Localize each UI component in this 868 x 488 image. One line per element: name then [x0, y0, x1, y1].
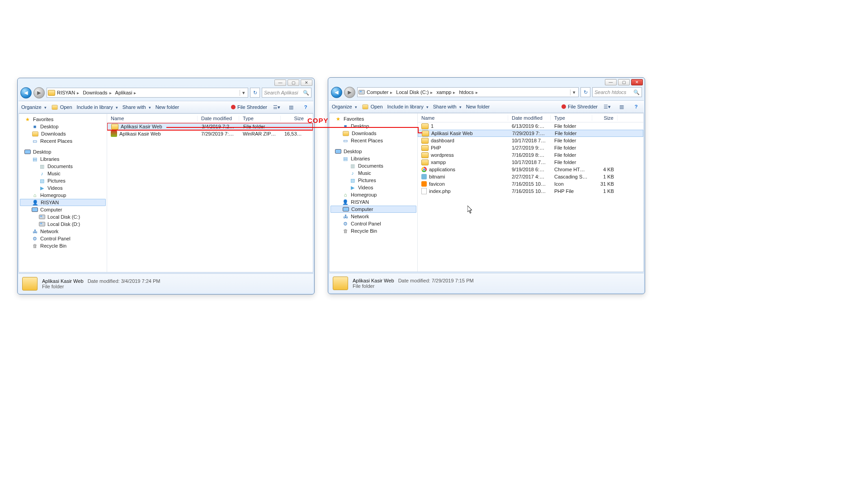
column-headers[interactable]: Name Date modified Type Size	[107, 114, 313, 123]
nav-item[interactable]: ▭Recent Places	[20, 137, 106, 145]
search-input[interactable]: Search htdocs 🔍	[592, 87, 642, 97]
table-row[interactable]: Aplikasi Kasir Web7/29/2019 7:15 PMFile …	[418, 130, 643, 137]
nav-item[interactable]: ▤Libraries	[20, 155, 106, 163]
preview-pane-button[interactable]: ▥	[286, 104, 296, 110]
shredder-button[interactable]: File Shredder	[231, 104, 267, 110]
nav-item[interactable]: ★Favorites	[330, 115, 416, 122]
refresh-button[interactable]: ↻	[580, 87, 590, 97]
nav-item[interactable]: ▥Documents	[20, 163, 106, 170]
minimize-button[interactable]: —	[274, 80, 286, 86]
nav-item[interactable]: ⚙Control Panel	[330, 220, 416, 227]
include-button[interactable]: Include in library	[77, 104, 118, 110]
newfolder-button[interactable]: New folder	[466, 104, 490, 109]
nav-item[interactable]: Downloads	[330, 130, 416, 137]
col-name[interactable]: Name	[418, 115, 508, 121]
file-list[interactable]: 16/13/2019 6:39 PMFile folderAplikasi Ka…	[418, 122, 643, 272]
nav-item[interactable]: ▧Pictures	[20, 177, 106, 184]
nav-item[interactable]: ▶Videos	[330, 184, 416, 191]
table-row[interactable]: 16/13/2019 6:39 PMFile folder	[418, 122, 643, 130]
open-button[interactable]: Open	[51, 104, 72, 110]
share-button[interactable]: Share with	[433, 104, 462, 109]
nav-item[interactable]: ⌂Homegroup	[330, 191, 416, 198]
nav-item[interactable]: ▧Pictures	[330, 177, 416, 184]
table-row[interactable]: xampp10/17/2018 7:19 PMFile folder	[418, 159, 643, 166]
table-row[interactable]: bitnami2/27/2017 4:36 PMCascading Style …	[418, 173, 643, 180]
nav-item[interactable]: Computer	[20, 206, 106, 213]
crumb[interactable]: htdocs	[457, 89, 479, 95]
path-dropdown[interactable]: ▾	[240, 90, 247, 96]
help-button[interactable]: ?	[301, 104, 311, 110]
crumb[interactable]: xampp	[434, 89, 457, 95]
newfolder-button[interactable]: New folder	[156, 104, 179, 110]
nav-item[interactable]: ▥Documents	[330, 162, 416, 169]
crumb[interactable]: Aplikasi	[113, 90, 138, 95]
table-row[interactable]: index.php7/16/2015 10:32 PMPHP File1 KB	[418, 188, 643, 195]
preview-pane-button[interactable]: ▥	[617, 104, 627, 110]
crumb[interactable]: Local Disk (C:)	[394, 89, 434, 95]
share-button[interactable]: Share with	[123, 104, 151, 110]
table-row[interactable]: favicon7/16/2015 10:32 PMIcon31 KB	[418, 180, 643, 188]
nav-item[interactable]: 🗑Recycle Bin	[20, 242, 106, 249]
path-dropdown[interactable]: ▾	[570, 89, 577, 95]
organize-button[interactable]: Organize	[21, 104, 47, 110]
crumb[interactable]: RISYAN	[55, 90, 81, 95]
nav-item[interactable]: Local Disk (D:)	[20, 221, 106, 228]
nav-item[interactable]: Desktop	[330, 148, 416, 155]
close-button[interactable]: ✕	[301, 80, 312, 86]
minimize-button[interactable]: —	[605, 79, 617, 85]
nav-item[interactable]: Computer	[330, 206, 416, 213]
maximize-button[interactable]: ▢	[618, 79, 630, 85]
close-button[interactable]: ✕	[631, 79, 643, 85]
nav-item[interactable]: ⚙Control Panel	[20, 235, 106, 242]
col-modified[interactable]: Date modified	[508, 115, 551, 121]
breadcrumb[interactable]: Computer Local Disk (C:) xampp htdocs ▾	[357, 87, 579, 97]
col-type[interactable]: Type	[239, 116, 281, 121]
forward-button[interactable]: ►	[344, 87, 355, 98]
navigation-pane[interactable]: ★Favorites■DesktopDownloads▭Recent Place…	[330, 113, 418, 272]
search-input[interactable]: Search Aplikasi 🔍	[262, 88, 311, 98]
col-type[interactable]: Type	[551, 115, 592, 121]
nav-item[interactable]: ♪Music	[330, 169, 416, 177]
navigation-pane[interactable]: ★Favorites■DesktopDownloads▭Recent Place…	[19, 114, 107, 272]
nav-item[interactable]: Local Disk (C:)	[20, 213, 106, 221]
breadcrumb[interactable]: RISYAN Downloads Aplikasi ▾	[47, 88, 248, 98]
nav-item[interactable]: Downloads	[20, 130, 106, 137]
table-row[interactable]: dashboard10/17/2018 7:19 PMFile folder	[418, 137, 643, 144]
nav-item[interactable]: ⌂Homegroup	[20, 192, 106, 199]
view-button[interactable]: ☰▾	[602, 104, 612, 110]
crumb[interactable]: Computer	[365, 89, 394, 95]
col-name[interactable]: Name	[107, 116, 198, 121]
table-row[interactable]: PHP1/27/2019 9:22 PMFile folder	[418, 144, 643, 151]
nav-item[interactable]: ■Desktop	[330, 122, 416, 130]
nav-item[interactable]: 👤RISYAN	[330, 198, 416, 206]
table-row[interactable]: Aplikasi Kasir Web3/4/2019 7:24 PMFile f…	[107, 123, 313, 130]
forward-button[interactable]: ►	[33, 87, 45, 99]
table-row[interactable]: Aplikasi Kasir Web7/29/2019 7:13 PMWinRA…	[107, 130, 313, 137]
shredder-button[interactable]: File Shredder	[561, 104, 598, 109]
maximize-button[interactable]: ▢	[288, 80, 299, 86]
crumb[interactable]: Downloads	[81, 90, 113, 95]
back-button[interactable]: ◄	[331, 87, 342, 98]
col-modified[interactable]: Date modified	[198, 116, 239, 121]
organize-button[interactable]: Organize	[332, 104, 357, 109]
back-button[interactable]: ◄	[20, 87, 32, 99]
table-row[interactable]: wordpress7/16/2019 8:22 AMFile folder	[418, 151, 643, 159]
refresh-button[interactable]: ↻	[250, 88, 260, 98]
column-headers[interactable]: Name Date modified Type Size	[418, 113, 643, 122]
file-list[interactable]: Aplikasi Kasir Web3/4/2019 7:24 PMFile f…	[107, 123, 313, 272]
nav-item[interactable]: 👤RISYAN	[20, 199, 106, 206]
nav-item[interactable]: ★Favorites	[20, 116, 106, 123]
open-button[interactable]: Open	[362, 104, 383, 110]
nav-item[interactable]: ▤Libraries	[330, 155, 416, 162]
help-button[interactable]: ?	[631, 104, 641, 109]
nav-item[interactable]: 🖧Network	[20, 228, 106, 235]
table-row[interactable]: applications9/19/2018 6:06 AMChrome HTML…	[418, 166, 643, 173]
nav-item[interactable]: ▭Recent Places	[330, 137, 416, 144]
include-button[interactable]: Include in library	[387, 104, 429, 109]
nav-item[interactable]: ■Desktop	[20, 123, 106, 130]
col-size[interactable]: Size	[592, 115, 618, 121]
nav-item[interactable]: ♪Music	[20, 170, 106, 177]
nav-item[interactable]: 🖧Network	[330, 213, 416, 220]
view-button[interactable]: ☰▾	[272, 104, 282, 110]
nav-item[interactable]: ▶Videos	[20, 184, 106, 192]
